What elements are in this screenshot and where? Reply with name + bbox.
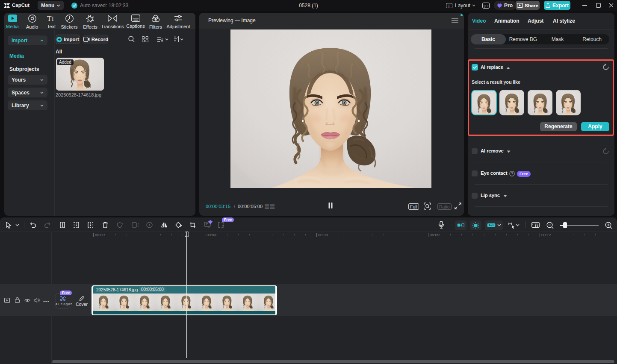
svg-text:T: T <box>47 15 52 22</box>
svg-text:I: I <box>52 16 54 22</box>
